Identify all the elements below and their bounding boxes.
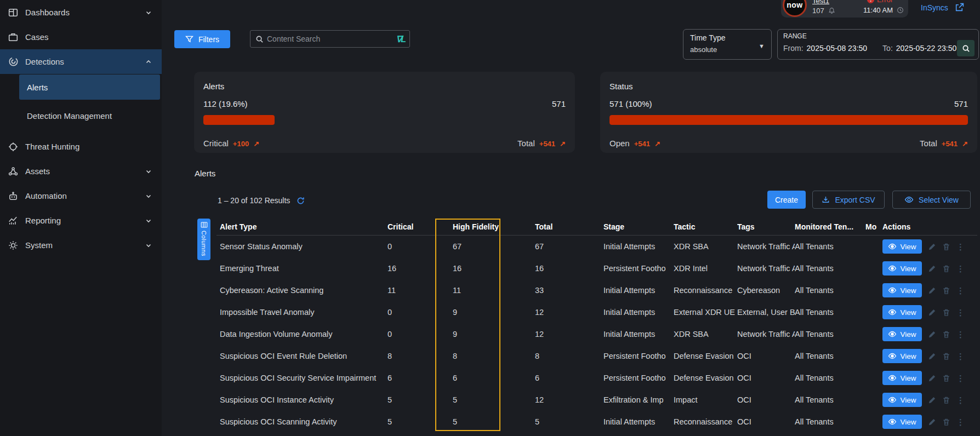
- sidebar-item-threat-hunting[interactable]: Threat Hunting: [0, 134, 162, 159]
- edit-pencil-icon[interactable]: [928, 418, 936, 426]
- cell-tactic: Impact: [674, 395, 737, 404]
- cell-actions: View ⋮: [882, 305, 977, 319]
- filters-button[interactable]: Filters: [174, 30, 230, 48]
- view-button[interactable]: View: [882, 349, 922, 363]
- table-row[interactable]: Emerging Threat 16 16 16 Persistent Foot…: [195, 257, 977, 279]
- range-search-button[interactable]: [957, 40, 975, 56]
- error-status[interactable]: ! Error: [867, 0, 893, 4]
- edit-pencil-icon[interactable]: [928, 243, 936, 251]
- edit-pencil-icon[interactable]: [928, 286, 936, 295]
- sidebar-item-detection-management[interactable]: Detection Management: [19, 103, 160, 128]
- table-header-row: Alert Type Critical High Fidelity Total …: [216, 219, 977, 236]
- time-type-value: absolute: [690, 45, 765, 54]
- username-link[interactable]: Test1: [812, 0, 829, 5]
- edit-pencil-icon[interactable]: [928, 352, 936, 360]
- table-row[interactable]: Suspicious OCI Event Rule Deletion 8 8 8…: [195, 345, 977, 367]
- view-button-label: View: [900, 352, 916, 360]
- column-header-total[interactable]: Total: [535, 222, 603, 231]
- cell-actions: View ⋮: [882, 349, 977, 363]
- cell-stage: Persistent Footho: [603, 374, 674, 382]
- column-header-mo[interactable]: Mo: [865, 222, 882, 231]
- delete-trash-icon[interactable]: [942, 330, 950, 339]
- view-button[interactable]: View: [882, 415, 922, 429]
- edit-pencil-icon[interactable]: [928, 308, 936, 317]
- kebab-menu-icon[interactable]: ⋮: [956, 418, 965, 426]
- edit-pencil-icon[interactable]: [928, 265, 936, 273]
- delete-trash-icon[interactable]: [942, 418, 950, 426]
- edit-pencil-icon[interactable]: [928, 396, 936, 404]
- table-row[interactable]: Data Ingestion Volume Anomaly 0 9 12 Ini…: [195, 323, 977, 345]
- view-button[interactable]: View: [882, 261, 922, 276]
- edit-pencil-icon[interactable]: [928, 374, 936, 382]
- export-csv-button[interactable]: Export CSV: [812, 191, 885, 209]
- column-header-stage[interactable]: Stage: [603, 222, 674, 231]
- sidebar-item-detections[interactable]: Detections: [0, 49, 162, 74]
- create-button[interactable]: Create: [767, 191, 806, 209]
- footer-right-label[interactable]: Total: [920, 139, 937, 148]
- kebab-menu-icon[interactable]: ⋮: [956, 374, 965, 382]
- view-button[interactable]: View: [882, 327, 922, 341]
- delete-trash-icon[interactable]: [942, 308, 950, 317]
- delete-trash-icon[interactable]: [942, 374, 950, 382]
- columns-button[interactable]: Columns: [197, 219, 210, 260]
- footer-right-label[interactable]: Total: [517, 139, 535, 148]
- table-row[interactable]: Suspicious OCI Security Service Impairme…: [195, 367, 977, 389]
- sidebar-item-system[interactable]: System: [0, 233, 162, 257]
- insyncs-link[interactable]: InSyncs: [921, 3, 964, 12]
- query-language-icon[interactable]: ∇L: [396, 34, 405, 44]
- cell-total: 8: [535, 352, 603, 360]
- card-title: Alerts: [203, 82, 566, 91]
- kebab-menu-icon[interactable]: ⋮: [956, 352, 965, 360]
- column-header-monitored-tenants[interactable]: Monitored Ten...: [795, 222, 865, 231]
- kebab-menu-icon[interactable]: ⋮: [956, 286, 965, 295]
- sidebar-item-alerts[interactable]: Alerts: [19, 74, 160, 100]
- delete-trash-icon[interactable]: [942, 243, 950, 251]
- now-logo[interactable]: now: [783, 0, 807, 17]
- cell-stage: Persistent Footho: [603, 264, 674, 273]
- column-header-tags[interactable]: Tags: [737, 222, 795, 231]
- kebab-menu-icon[interactable]: ⋮: [956, 308, 965, 317]
- sidebar-item-dashboards[interactable]: Dashboards: [0, 0, 162, 25]
- kebab-menu-icon[interactable]: ⋮: [956, 396, 965, 404]
- sidebar-item-cases[interactable]: Cases: [0, 25, 162, 49]
- delete-trash-icon[interactable]: [942, 265, 950, 273]
- table-row[interactable]: Cybereason: Active Scanning 11 11 33 Ini…: [195, 279, 977, 301]
- cell-tactic: XDR SBA: [674, 242, 737, 251]
- time-range-box[interactable]: RANGE From: 2025-05-08 23:50 To: 2025-05…: [777, 29, 979, 60]
- column-header-critical[interactable]: Critical: [388, 222, 453, 231]
- kebab-menu-icon[interactable]: ⋮: [956, 243, 965, 251]
- column-header-high-fidelity[interactable]: High Fidelity: [453, 222, 535, 231]
- sidebar-item-reporting[interactable]: Reporting: [0, 208, 162, 233]
- chevron-down-icon: [145, 217, 152, 224]
- footer-left-label[interactable]: Open: [609, 139, 630, 148]
- footer-left-label[interactable]: Critical: [203, 139, 229, 148]
- table-row[interactable]: Suspicious OCI Scanning Activity 5 5 5 I…: [195, 411, 977, 433]
- briefcase-icon: [7, 31, 19, 43]
- view-button[interactable]: View: [882, 239, 922, 254]
- view-button[interactable]: View: [882, 305, 922, 319]
- sidebar-item-label: System: [25, 240, 53, 250]
- view-button[interactable]: View: [882, 393, 922, 407]
- delete-trash-icon[interactable]: [942, 286, 950, 295]
- alerts-table: Columns Alert Type Critical High Fidelit…: [195, 219, 977, 436]
- content-search-input[interactable]: [267, 35, 396, 43]
- edit-pencil-icon[interactable]: [928, 330, 936, 339]
- refresh-icon[interactable]: [297, 197, 305, 205]
- notification-count-row[interactable]: 107: [812, 7, 835, 15]
- sidebar-item-assets[interactable]: Assets: [0, 159, 162, 183]
- table-row[interactable]: Impossible Travel Anomaly 0 9 12 Initial…: [195, 301, 977, 323]
- view-button[interactable]: View: [882, 283, 922, 297]
- delete-trash-icon[interactable]: [942, 396, 950, 404]
- time-type-dropdown[interactable]: Time Type absolute ▼: [683, 29, 772, 60]
- view-button[interactable]: View: [882, 371, 922, 385]
- delete-trash-icon[interactable]: [942, 352, 950, 360]
- column-header-alert-type[interactable]: Alert Type: [220, 222, 388, 231]
- robot-icon: [7, 190, 19, 202]
- sidebar-item-automation[interactable]: Automation: [0, 183, 162, 208]
- kebab-menu-icon[interactable]: ⋮: [956, 265, 965, 273]
- select-view-button[interactable]: Select View: [892, 191, 971, 209]
- column-header-tactic[interactable]: Tactic: [674, 222, 737, 231]
- table-row[interactable]: Sensor Status Anomaly 0 67 67 Initial At…: [195, 236, 977, 257]
- kebab-menu-icon[interactable]: ⋮: [956, 330, 965, 339]
- table-row[interactable]: Suspicious OCI Instance Activity 5 5 12 …: [195, 389, 977, 411]
